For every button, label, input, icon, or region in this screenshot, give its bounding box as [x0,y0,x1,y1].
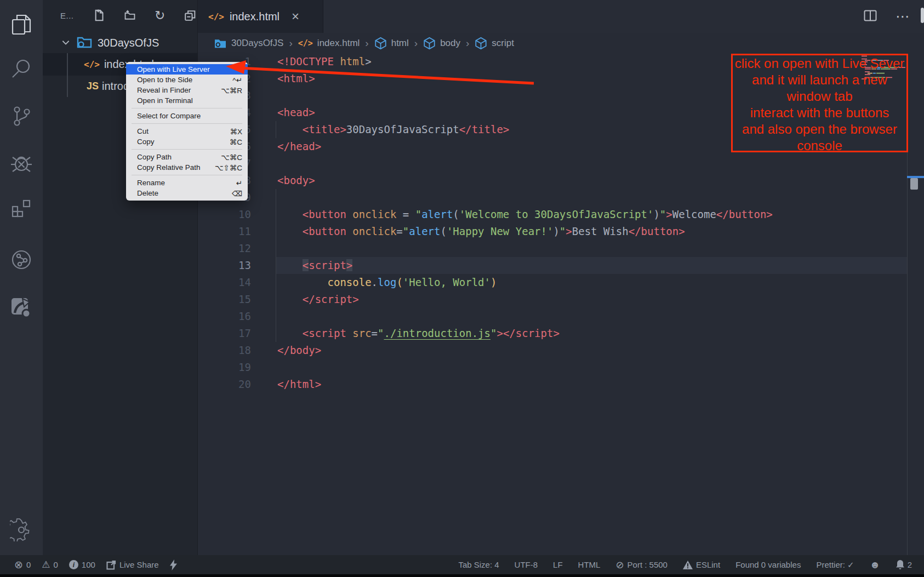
collapse-all-icon[interactable] [184,9,196,21]
menu-item-select-for-compare[interactable]: Select for Compare [126,111,248,121]
breadcrumb-item-script[interactable]: script [475,37,514,50]
annotation-text: and it will launch a new [733,72,906,88]
breadcrumb-separator: › [365,37,368,49]
menu-item-copy[interactable]: Copy⌘C [126,136,248,147]
explorer-title: E... [60,11,74,20]
code-line: <body> [277,172,315,189]
status-label: Port : 5500 [628,560,668,569]
line-number: 17 [197,325,251,342]
cube-icon [374,37,387,50]
breadcrumb-separator: › [414,37,418,49]
debug-icon[interactable] [0,148,43,179]
status-label: 100 [82,560,95,569]
menu-separator [132,175,242,175]
breadcrumb-item-body[interactable]: body [423,37,460,50]
status-html[interactable]: HTML [578,560,601,569]
live-share-icon[interactable] [0,244,43,275]
status-0[interactable]: ⚠0 [42,559,58,570]
settings-gear-icon[interactable] [0,515,43,545]
tab-index-html[interactable]: </> index.html × [197,0,323,33]
status-found-0-variables[interactable]: Found 0 variables [735,560,801,569]
menu-item-label: Copy Path [137,153,172,161]
status-eslint[interactable]: ESLint [683,560,720,569]
annotation-text: and also open the browser [733,121,906,138]
code-line: <head> [277,104,315,121]
status-utf-8[interactable]: UTF-8 [515,560,538,569]
html-file-icon: </> [84,59,100,70]
status-0[interactable]: ⊗0 [14,558,31,571]
status-label: 0 [26,560,31,569]
code-line: <title>30DaysOfJavaScript</title> [277,121,509,138]
current-line-highlight [276,257,907,274]
menu-item-reveal-in-finder[interactable]: Reveal in Finder⌥⌘R [126,85,248,95]
source-control-icon[interactable] [0,101,43,132]
breadcrumb-label: html [391,38,409,49]
menu-item-label: Copy [137,138,155,146]
menu-separator [132,108,242,108]
extensions-icon[interactable] [0,193,43,224]
new-file-icon[interactable] [94,9,106,21]
breadcrumb-item-index-html[interactable]: </>index.html [298,38,360,49]
code-line: </html> [277,376,321,393]
split-editor-icon[interactable] [864,10,877,24]
scrollbar-thumb[interactable] [910,178,918,190]
new-folder-icon[interactable] [124,9,136,21]
window-scrollbar[interactable] [921,8,924,23]
refresh-icon[interactable]: ↻ [154,9,166,21]
status-lightning-icon[interactable] [170,559,177,570]
more-actions-icon[interactable]: ⋯ [896,8,911,25]
menu-item-copy-relative-path[interactable]: Copy Relative Path⌥⇧⌘C [126,162,248,173]
code-line: console.log('Hello, World') [277,274,497,291]
breadcrumb-item-30daysofjs[interactable]: 30DaysOfJS [214,38,283,49]
breadcrumb: 30DaysOfJS›</>index.html›html›body›scrip… [197,33,924,53]
lightning-icon [170,559,177,570]
menu-separator [132,149,242,150]
vscode-window: E... ↻ 30DaysOfJS </> index.html JS intr… [0,0,924,577]
context-menu: Open with Live ServerOpen to the Side^↵R… [126,62,248,201]
line-number: 18 [197,342,251,359]
html-file-icon: </> [298,38,313,48]
menu-item-delete[interactable]: Delete⌫ [126,188,248,198]
status-label: LF [553,560,563,569]
status-label: ESLint [696,560,720,569]
menu-item-open-with-live-server[interactable]: Open with Live Server [126,64,248,75]
breadcrumb-separator: › [289,37,292,49]
code-line: <button onclick = "alert('Welcome to 30D… [277,206,773,223]
status-label: Found 0 variables [735,560,801,569]
line-number: 12 [197,240,251,257]
status-bar: ⊗0⚠0i100Live Share Tab Size: 4UTF-8LFHTM… [0,555,924,574]
explorer-icon[interactable] [0,9,43,40]
menu-item-shortcut: ⌥⌘C [221,153,242,162]
search-icon[interactable] [0,53,43,84]
breadcrumb-item-html[interactable]: html [374,37,409,50]
menu-item-open-to-the-side[interactable]: Open to the Side^↵ [126,75,248,85]
status-lf[interactable]: LF [553,560,563,569]
breadcrumb-label: 30DaysOfJS [231,38,283,49]
status-prettier[interactable]: Prettier: ✓ [816,560,854,570]
menu-item-open-in-terminal[interactable]: Open in Terminal [126,95,248,106]
js-file-icon: JS [87,81,99,92]
status-2[interactable]: 2 [896,560,912,569]
menu-item-shortcut: ⌘C [230,138,242,146]
annotation-text: interact with the buttons [733,105,906,121]
sidebar-item-folder-root[interactable]: 30DaysOfJS [43,33,197,53]
chevron-down-icon[interactable] [61,37,71,49]
error-icon: ⊗ [14,558,23,571]
menu-item-shortcut: ⌫ [232,189,242,198]
eslint-warning-icon [683,561,693,569]
menu-item-rename[interactable]: Rename↵ [126,178,248,188]
status-smiley-icon[interactable]: ☻ [870,559,881,571]
bell-icon [896,560,904,569]
status-tab-size-4[interactable]: Tab Size: 4 [458,560,499,569]
close-icon[interactable]: × [292,10,299,23]
status-port-5500[interactable]: ⊘Port : 5500 [615,559,667,571]
share-export-icon[interactable] [0,292,43,322]
html-file-icon: </> [208,12,224,22]
status-live-share[interactable]: Live Share [106,560,159,570]
code-line: <script> [277,257,352,274]
status-100[interactable]: i100 [69,560,95,569]
menu-item-copy-path[interactable]: Copy Path⌥⌘C [126,152,248,162]
menu-item-cut[interactable]: Cut⌘X [126,126,248,136]
line-number: 19 [197,359,251,376]
menu-item-label: Copy Relative Path [137,163,201,172]
